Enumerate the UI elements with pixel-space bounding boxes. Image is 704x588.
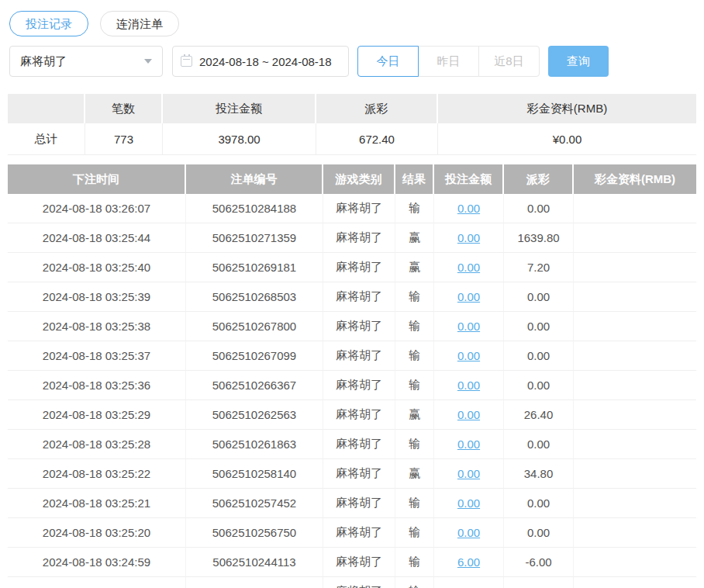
bet-amount-link[interactable]: 0.00: [457, 438, 480, 451]
jackpot-cell: [574, 400, 696, 430]
bet-amount-cell: 0.00: [434, 371, 504, 400]
result-cell: 赢: [395, 253, 434, 282]
order-id-cell: 5062510267800: [186, 312, 323, 341]
bet-amount-link[interactable]: 0.00: [457, 408, 480, 421]
last-8-days-button[interactable]: 近8日: [478, 46, 540, 77]
bet-time-cell: 2024-08-18 03:25:36: [8, 371, 186, 400]
table-row: 2024-08-18 03:25:205062510256750麻将胡了输0.0…: [8, 518, 696, 548]
jackpot-cell: [574, 223, 696, 253]
order-id-cell: 5062510269181: [186, 253, 323, 282]
game-type-cell: 麻将胡了: [323, 548, 395, 577]
filter-bar: 麻将胡了 2024-08-18 ~ 2024-08-18 今日 昨日 近8日 查…: [0, 36, 704, 77]
bet-amount-cell: 6.00: [434, 577, 504, 588]
bet-time-cell: 2024-08-18 03:25:39: [8, 282, 186, 312]
bet-time-cell: 2024-08-18 03:25:40: [8, 253, 186, 282]
bet-amount-cell: 0.00: [434, 430, 504, 459]
summary-total-label: 总计: [8, 123, 85, 155]
payout-cell: 0.00: [504, 518, 574, 548]
game-type-cell: 麻将胡了: [323, 223, 395, 253]
bet-time-cell: 2024-08-18 03:24:59: [8, 548, 186, 577]
jackpot-cell: [574, 253, 696, 282]
summary-header-row: 笔数 投注金额 派彩 彩金资料(RMB): [8, 94, 696, 123]
bet-amount-cell: 0.00: [434, 459, 504, 489]
order-id-cell: 5062510261863: [186, 430, 323, 459]
bet-amount-link[interactable]: 6.00: [457, 585, 480, 588]
yesterday-button[interactable]: 昨日: [418, 46, 479, 77]
header-bet-amount: 投注金额: [434, 164, 504, 194]
game-type-cell: 麻将胡了: [323, 253, 395, 282]
date-range-value: 2024-08-18 ~ 2024-08-18: [199, 55, 332, 68]
payout-cell: 26.40: [504, 400, 574, 430]
bet-amount-cell: 6.00: [434, 548, 504, 577]
table-row: 2024-08-18 03:25:215062510257452麻将胡了输0.0…: [8, 489, 696, 518]
today-button[interactable]: 今日: [357, 46, 419, 77]
game-select[interactable]: 麻将胡了: [9, 46, 163, 77]
bet-amount-link[interactable]: 0.00: [457, 202, 480, 215]
order-id-cell: 5062510241904: [186, 577, 323, 588]
summary-total-row: 总计 773 3978.00 672.40 ¥0.00: [8, 123, 696, 155]
bet-amount-link[interactable]: 0.00: [457, 496, 480, 510]
order-id-cell: 5062510256750: [186, 518, 323, 548]
payout-cell: 0.00: [504, 282, 574, 312]
payout-cell: -6.00: [504, 577, 574, 588]
bet-amount-link[interactable]: 0.00: [457, 349, 480, 362]
bet-amount-link[interactable]: 0.00: [457, 526, 480, 539]
bet-time-cell: 2024-08-18 03:25:44: [8, 223, 186, 253]
bet-amount-cell: 0.00: [434, 518, 504, 548]
summary-total-bet-amount: 3978.00: [163, 123, 316, 155]
header-order-id: 注单编号: [186, 164, 323, 194]
order-id-cell: 5062510284188: [186, 194, 323, 223]
bet-time-cell: 2024-08-18 03:25:22: [8, 459, 186, 489]
jackpot-cell: [574, 371, 696, 400]
result-cell: 赢: [395, 400, 434, 430]
bet-time-cell: 2024-08-18 03:26:07: [8, 194, 186, 223]
game-type-cell: 麻将胡了: [323, 341, 395, 371]
order-id-cell: 5062510267099: [186, 341, 323, 371]
bet-amount-link[interactable]: 6.00: [457, 555, 480, 569]
jackpot-cell: [574, 489, 696, 518]
bet-time-cell: 2024-08-18 03:24:52: [8, 577, 186, 588]
header-jackpot: 彩金资料(RMB): [574, 164, 696, 194]
tab-cancelled-bets[interactable]: 连消注单: [100, 11, 179, 36]
jackpot-cell: [574, 548, 696, 577]
result-cell: 输: [395, 489, 434, 518]
game-type-cell: 麻将胡了: [323, 312, 395, 341]
order-id-cell: 5062510268503: [186, 282, 323, 312]
bet-amount-link[interactable]: 0.00: [457, 261, 480, 274]
bet-amount-cell: 0.00: [434, 223, 504, 253]
result-cell: 输: [395, 194, 434, 223]
table-row: 2024-08-18 03:25:375062510267099麻将胡了输0.0…: [8, 341, 696, 371]
summary-header-jackpot: 彩金资料(RMB): [438, 94, 696, 123]
bet-amount-link[interactable]: 0.00: [457, 290, 480, 303]
payout-cell: 0.00: [504, 371, 574, 400]
payout-cell: 1639.80: [504, 223, 574, 253]
bet-amount-link[interactable]: 0.00: [457, 231, 480, 244]
bet-amount-link[interactable]: 0.00: [457, 467, 480, 480]
game-select-value: 麻将胡了: [20, 54, 67, 69]
result-cell: 赢: [395, 459, 434, 489]
order-id-cell: 5062510262563: [186, 400, 323, 430]
table-row: 2024-08-18 03:24:595062510244113麻将胡了输6.0…: [8, 548, 696, 577]
bet-time-cell: 2024-08-18 03:25:28: [8, 430, 186, 459]
game-type-cell: 麻将胡了: [323, 282, 395, 312]
records-header-row: 下注时间 注单编号 游戏类别 结果 投注金额 派彩 彩金资料(RMB): [8, 164, 696, 194]
search-button[interactable]: 查询: [548, 46, 609, 77]
result-cell: 输: [395, 341, 434, 371]
game-type-cell: 麻将胡了: [323, 459, 395, 489]
table-row: 2024-08-18 03:25:295062510262563麻将胡了赢0.0…: [8, 400, 696, 430]
date-range-input[interactable]: 2024-08-18 ~ 2024-08-18: [172, 46, 349, 77]
header-bet-time: 下注时间: [8, 164, 186, 194]
order-id-cell: 5062510257452: [186, 489, 323, 518]
records-body: 2024-08-18 03:26:075062510284188麻将胡了输0.0…: [8, 194, 696, 588]
bet-amount-link[interactable]: 0.00: [457, 379, 480, 392]
bet-amount-cell: 0.00: [434, 489, 504, 518]
bet-amount-link[interactable]: 0.00: [457, 320, 480, 333]
result-cell: 输: [395, 548, 434, 577]
game-type-cell: 麻将胡了: [323, 577, 395, 588]
game-type-cell: 麻将胡了: [323, 194, 395, 223]
order-id-cell: 5062510258140: [186, 459, 323, 489]
bet-amount-cell: 0.00: [434, 312, 504, 341]
order-id-cell: 5062510271359: [186, 223, 323, 253]
tab-bet-records[interactable]: 投注记录: [9, 11, 88, 36]
order-id-cell: 5062510266367: [186, 371, 323, 400]
